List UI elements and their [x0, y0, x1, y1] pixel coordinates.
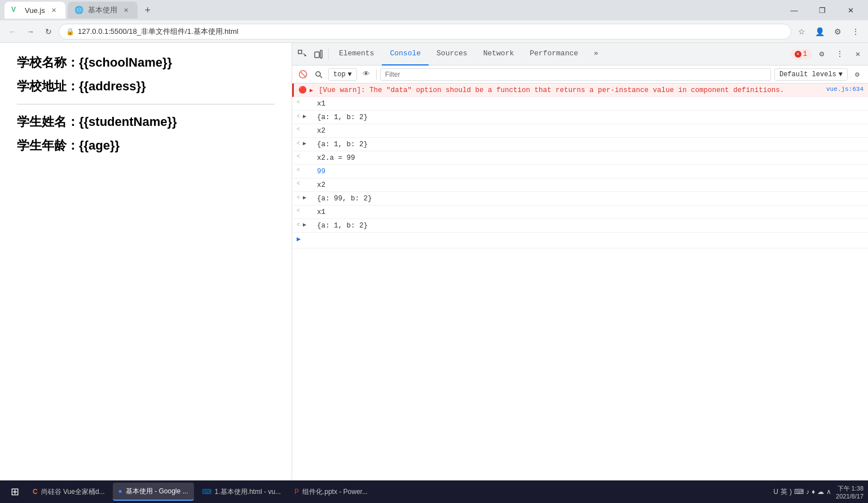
start-button[interactable]: ⊞	[5, 482, 25, 502]
row-content-x1-label2: x1	[317, 207, 863, 217]
row-icons-4: < ▶	[297, 139, 317, 147]
devtools-settings-btn[interactable]: ⚙	[814, 46, 830, 62]
console-row-x1-label: < x1	[292, 97, 868, 111]
input-prompt-icon: ▶	[297, 235, 301, 243]
tab-basic-close[interactable]: ✕	[122, 6, 131, 15]
restore-button[interactable]: ❐	[809, 0, 835, 20]
row-icons-7: <	[297, 180, 317, 187]
tray-moon-icon[interactable]: )	[790, 488, 792, 496]
row-icons-10: < ▶	[297, 220, 317, 228]
tray-power-icon[interactable]: U	[773, 488, 778, 496]
x1-val2-expand-arrow[interactable]: ▶	[301, 221, 308, 228]
bookmark-icon[interactable]: ☆	[794, 24, 809, 40]
lock-icon: 🔒	[66, 28, 74, 36]
console-row-x2-val2: < ▶ {a: 99, b: 2}	[292, 192, 868, 205]
device-toolbar-btn[interactable]	[310, 46, 326, 62]
main-area: 学校名称：{{schoolName}} 学校地址：{{address}} 学生姓…	[0, 43, 868, 480]
back-button[interactable]: ←	[5, 24, 20, 40]
forward-button[interactable]: →	[23, 24, 38, 40]
reload-button[interactable]: ↻	[41, 24, 56, 40]
context-label: top	[333, 71, 346, 78]
tab-sources[interactable]: Sources	[429, 43, 475, 65]
error-icon: 🔴	[298, 86, 307, 94]
level-dropdown[interactable]: Default levels ▼	[774, 68, 848, 81]
tab-vue-close[interactable]: ✕	[50, 6, 59, 15]
system-tray: U 英 ) ⌨ ♪ ♦ ☁ ∧	[773, 487, 831, 497]
console-toolbar: 🚫 top ▼ 👁 Default levels ▼	[292, 65, 868, 84]
menu-icon[interactable]: ⋮	[848, 24, 863, 40]
taskbar-item-vscode[interactable]: ⌨ 1.基本使用.html - vu...	[196, 483, 287, 501]
url-bar[interactable]: 🔒 127.0.0.1:5500/18_非单文件组件/1.基本使用.html	[59, 24, 791, 40]
tab-elements[interactable]: Elements	[331, 43, 382, 65]
close-button[interactable]: ✕	[838, 0, 863, 20]
error-row-icons: 🔴 ▶	[298, 85, 319, 94]
vscode-label: 1.基本使用.html - vu...	[215, 487, 281, 497]
tab-more[interactable]: »	[586, 43, 606, 65]
row-repeat-4: <	[297, 141, 300, 147]
clock: 下午 1:38 2021/8/17	[836, 484, 863, 500]
toolbar-sep	[376, 69, 377, 80]
clear-console-btn[interactable]: 🚫	[297, 68, 309, 81]
context-dropdown[interactable]: top ▼	[328, 68, 357, 81]
row-icons-9: <	[297, 207, 317, 214]
error-count-badge[interactable]: ✕ 1	[790, 49, 812, 59]
input-row-icons: ▶	[297, 234, 317, 243]
level-arrow-icon: ▼	[839, 71, 843, 78]
tab-basic[interactable]: 🌐 基本使用 ✕	[68, 2, 138, 19]
devtools-more-btn[interactable]: ⋮	[832, 46, 848, 62]
svg-rect-1	[315, 52, 319, 58]
console-input-row[interactable]: ▶	[292, 233, 868, 248]
console-settings-btn[interactable]: ⚙	[851, 68, 863, 81]
settings-icon[interactable]: ⚙	[830, 24, 845, 40]
tray-up-icon[interactable]: ∧	[826, 488, 831, 496]
new-tab-button[interactable]: +	[140, 2, 156, 18]
taskbar-item-chrome[interactable]: ● 基本使用 - Google ...	[113, 483, 194, 501]
row-repeat-2: <	[297, 113, 300, 120]
svg-rect-2	[320, 50, 322, 58]
tray-network-icon[interactable]: ♦	[812, 488, 815, 496]
tab-basic-favicon: 🌐	[74, 6, 83, 15]
student-name-line: 学生姓名：{{studentName}}	[17, 113, 275, 130]
error-row-link[interactable]: vue.js:634	[826, 85, 863, 93]
row-content-x2-val: {a: 1, b: 2}	[317, 139, 863, 150]
dropdown-arrow-icon: ▼	[348, 71, 352, 78]
pptx-icon: P	[294, 488, 299, 496]
tab-vue[interactable]: V Vue.js ✕	[5, 2, 65, 19]
csdn-label: 尚硅谷 Vue全家桶d...	[41, 487, 105, 497]
console-row-x2-val: < ▶ {a: 1, b: 2}	[292, 138, 868, 151]
chrome-label: 基本使用 - Google ...	[126, 487, 188, 496]
row-content-x2-val2: {a: 99, b: 2}	[317, 193, 863, 204]
console-row-99: < 99	[292, 165, 868, 178]
console-input-area[interactable]	[317, 234, 863, 244]
x2-val2-expand-arrow[interactable]: ▶	[301, 194, 308, 201]
tab-network[interactable]: Network	[475, 43, 522, 65]
console-row-x1-val: < ▶ {a: 1, b: 2}	[292, 111, 868, 124]
inspect-element-btn[interactable]	[294, 46, 310, 62]
x1-expand-arrow[interactable]: ▶	[301, 113, 308, 120]
console-row-error: 🔴 ▶ [Vue warn]: The "data" option should…	[292, 84, 868, 97]
filter-btn[interactable]	[312, 68, 325, 81]
taskbar-item-csdn[interactable]: C 尚硅谷 Vue全家桶d...	[27, 483, 111, 501]
taskbar-item-pptx[interactable]: P 组件化.pptx - Power...	[289, 483, 373, 501]
eye-btn[interactable]: 👁	[360, 68, 373, 81]
row-content-99: 99	[317, 166, 863, 177]
school-addr-line: 学校地址：{{address}}	[17, 78, 275, 95]
tab-performance[interactable]: Performance	[522, 43, 586, 65]
console-output: 🔴 ▶ [Vue warn]: The "data" option should…	[292, 84, 868, 480]
school-name-line: 学校名称：{{schoolName}}	[17, 54, 275, 71]
tab-console[interactable]: Console	[382, 43, 429, 65]
filter-input[interactable]	[380, 68, 771, 81]
tray-lang-icon[interactable]: 英	[781, 487, 787, 497]
devtools-header-right: ✕ 1 ⚙ ⋮ ✕	[790, 46, 866, 62]
tray-volume-icon[interactable]: ♪	[806, 488, 809, 496]
profile-icon[interactable]: 👤	[812, 24, 827, 40]
x2-expand-arrow[interactable]: ▶	[301, 140, 308, 147]
time: 下午 1:38	[836, 484, 863, 493]
chrome-icon: ●	[118, 487, 122, 495]
tray-cloud-icon[interactable]: ☁	[817, 488, 824, 496]
url-text: 127.0.0.1:5500/18_非单文件组件/1.基本使用.html	[78, 27, 784, 37]
tray-keyboard-icon[interactable]: ⌨	[794, 488, 804, 496]
error-expand-arrow[interactable]: ▶	[308, 87, 315, 94]
minimize-button[interactable]: —	[781, 0, 807, 20]
devtools-close-btn[interactable]: ✕	[850, 46, 866, 62]
